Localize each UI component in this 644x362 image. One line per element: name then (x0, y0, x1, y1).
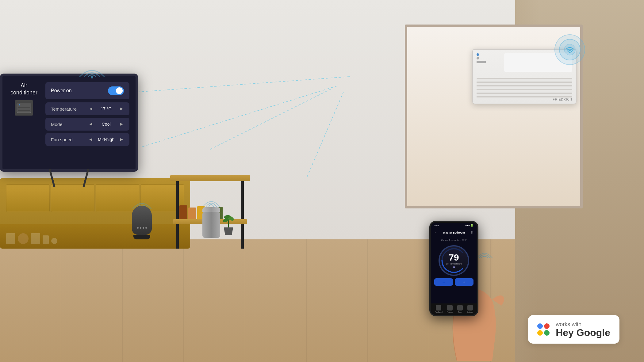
shelf-item-2 (31, 233, 40, 244)
console-panel-1 (6, 184, 50, 212)
svg-point-13 (21, 104, 22, 105)
google-home-speaker (132, 206, 152, 239)
tv-leg-left (49, 169, 55, 187)
google-dot-red (544, 323, 550, 329)
tv-fanspeed-right-arrow[interactable]: ► (119, 137, 124, 142)
phone-nav-timer-label: Timer (458, 311, 462, 313)
tv-power-row: Power on (45, 82, 129, 99)
phone-current-temp-text: Current Temperature: 62°F (441, 239, 466, 241)
phone-status-bar: 9:41 ●●● 🔋 (431, 223, 477, 229)
tv-fanspeed-left-arrow[interactable]: ◄ (88, 137, 93, 142)
tv-signal-waves (74, 58, 110, 84)
wifi-outer-ring (554, 34, 585, 65)
phone-nav-timer-icon (457, 305, 463, 311)
tv-temperature-label: Temperature (51, 106, 88, 112)
tv-wifi-arcs (74, 58, 110, 83)
phone-minus-btn[interactable]: − (434, 278, 453, 286)
phone-nav-fanspeed-icon (436, 305, 441, 311)
speaker-dot-4 (145, 227, 147, 229)
cylinder-speaker-signal (201, 195, 222, 210)
tv-temperature-controls: ◄ 17 °C ► (88, 106, 124, 112)
tv-legs (49, 169, 89, 188)
speaker-dot-1 (137, 227, 139, 229)
shelf-item-3 (43, 235, 49, 244)
media-console (0, 178, 190, 249)
phone-app-header: ← Master Bedroom ⚙ (431, 229, 477, 236)
tv-fanspeed-controls: ◄ Mid-high ► (88, 137, 124, 142)
tv-fanspeed-value: Mid-high (97, 137, 115, 142)
console-shelf (0, 224, 190, 249)
phone-bottom-nav: Fan Speed Features Timer Settings (431, 303, 477, 314)
cylinder-wifi-arcs (201, 195, 222, 209)
plant-svg (221, 211, 236, 235)
tv-temperature-left-arrow[interactable]: ◄ (88, 106, 93, 112)
phone-plus-btn[interactable]: + (455, 278, 473, 286)
google-dot-blue (537, 323, 543, 329)
tv-fanspeed-row: Fan speed ◄ Mid-high ► (45, 133, 129, 146)
phone-controls: − + (434, 278, 473, 286)
tv-right-panel: Power on Temperature ◄ 17 °C ► Mode ◄ Co… (45, 82, 129, 148)
phone-current-temp-label: Current Temperature: 62°F (431, 236, 477, 243)
google-dot-green (544, 330, 550, 336)
phone-nav-fanspeed[interactable]: Fan Speed (435, 305, 442, 313)
google-hey-label: Hey Google (556, 328, 610, 337)
ac-icon (16, 102, 32, 114)
small-table-leg-left (176, 181, 179, 249)
tv-content: Air conditioner Power on (2, 76, 136, 154)
svg-point-12 (19, 104, 20, 105)
tv-mode-right-arrow[interactable]: ► (119, 121, 124, 127)
ac-controls (477, 53, 501, 72)
google-hey-badge: works with Hey Google (528, 315, 619, 344)
phone-nav-timer[interactable]: Timer (457, 305, 463, 313)
tv-power-label: Power on (51, 88, 72, 93)
thermostat-arc (440, 246, 468, 275)
tv-fanspeed-label: Fan speed (51, 137, 88, 142)
plant (221, 211, 236, 236)
phone-back-btn[interactable]: ← (434, 231, 437, 234)
cylinder-speaker (202, 207, 220, 238)
tv-temperature-right-arrow[interactable]: ► (119, 106, 124, 112)
book-2 (188, 208, 196, 219)
ac-indicator-dot-2 (477, 57, 479, 59)
phone-settings-btn[interactable]: ⚙ (471, 231, 473, 234)
shelf-item-4 (51, 238, 57, 244)
tv-mode-controls: ◄ Cool ► (88, 121, 124, 127)
tv-power-toggle[interactable] (108, 86, 124, 95)
google-works-with-label: works with (556, 321, 610, 328)
svg-point-0 (564, 44, 575, 55)
tv-mode-left-arrow[interactable]: ◄ (88, 121, 93, 127)
tv-mode-value: Cool (97, 122, 115, 127)
speaker-dot-3 (143, 227, 144, 229)
console-drawer (0, 178, 190, 212)
shelf-item-round (18, 233, 29, 244)
tv-temperature-value: 17 °C (97, 106, 115, 111)
wifi-inner-ring (559, 39, 581, 60)
svg-point-14 (22, 104, 24, 105)
ac-indicator-dot-3 (477, 61, 486, 63)
google-text-block: works with Hey Google (556, 321, 610, 337)
phone-nav-settings[interactable]: Settings (467, 305, 473, 313)
phone-app-title: Master Bedroom (443, 231, 465, 234)
tv-leg-right (83, 169, 89, 187)
speaker-body (132, 206, 152, 235)
shelf-item-1 (6, 233, 15, 244)
ac-vents (477, 78, 572, 99)
svg-point-15 (91, 76, 93, 78)
speaker-dots (137, 227, 147, 229)
phone-nav-fanspeed-label: Fan Speed (435, 311, 442, 313)
speaker-base (133, 235, 150, 239)
google-dot-yellow (537, 330, 543, 336)
smartphone: 9:41 ●●● 🔋 ← Master Bedroom ⚙ Current Te… (429, 221, 478, 316)
cylinder-body (202, 212, 220, 238)
small-table-leg-right (241, 181, 244, 249)
ac-wifi-signal (551, 31, 588, 68)
svg-marker-16 (224, 227, 233, 235)
tv-device-icon (15, 100, 33, 116)
phone-thermostat: 79 Set Temperature ❄ (439, 245, 469, 276)
tv-left-panel: Air conditioner (9, 82, 39, 116)
tv-mode-row: Mode ◄ Cool ► (45, 118, 129, 131)
ac-indicator-dot (477, 53, 479, 56)
console-panel-2 (51, 184, 94, 212)
tv-device-label: Air conditioner (9, 82, 39, 97)
phone-nav-features[interactable]: Features (447, 305, 453, 313)
